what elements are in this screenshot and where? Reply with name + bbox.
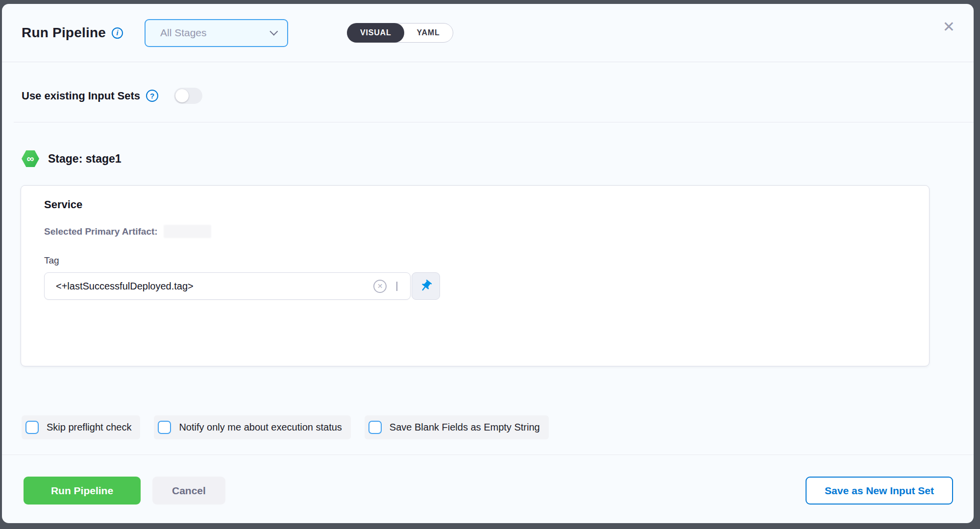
stage-selector-dropdown[interactable]: All Stages bbox=[145, 19, 288, 47]
toggle-knob bbox=[175, 89, 189, 102]
deploy-stage-icon: ∞ bbox=[22, 150, 39, 168]
run-pipeline-dialog: Run Pipeline i All Stages VISUAL YAML ✕ … bbox=[2, 4, 974, 523]
stage-selector-value: All Stages bbox=[160, 27, 270, 39]
dialog-footer: Run Pipeline Cancel Save as New Input Se… bbox=[2, 458, 974, 523]
checkbox-icon[interactable] bbox=[368, 421, 382, 434]
checkbox-icon[interactable] bbox=[25, 421, 39, 434]
use-existing-input-sets-row: Use existing Input Sets ? bbox=[22, 88, 974, 104]
tag-field-row: ✕ bbox=[44, 272, 929, 300]
selected-artifact-label: Selected Primary Artifact: bbox=[44, 226, 158, 237]
stage-row: ∞ Stage: stage1 bbox=[22, 150, 974, 168]
option-save-blank-fields[interactable]: Save Blank Fields as Empty String bbox=[365, 415, 549, 439]
service-card: Service Selected Primary Artifact: Tag ✕ bbox=[21, 185, 930, 366]
chevron-down-icon bbox=[270, 27, 278, 36]
tab-visual[interactable]: VISUAL bbox=[347, 23, 404, 43]
section-divider bbox=[14, 122, 974, 122]
option-skip-preflight[interactable]: Skip preflight check bbox=[22, 415, 140, 439]
stage-label: Stage: stage1 bbox=[48, 152, 122, 166]
tag-field-label: Tag bbox=[44, 255, 929, 266]
page-title: Run Pipeline bbox=[22, 25, 106, 41]
tag-input[interactable] bbox=[45, 273, 373, 299]
pin-button[interactable] bbox=[412, 272, 440, 300]
cancel-button[interactable]: Cancel bbox=[152, 477, 225, 505]
pin-icon bbox=[416, 276, 435, 295]
option-label: Notify only me about execution status bbox=[179, 422, 342, 433]
tag-input-wrapper: ✕ bbox=[44, 272, 411, 300]
info-icon[interactable]: i bbox=[112, 27, 123, 39]
visual-yaml-toggle: VISUAL YAML bbox=[347, 23, 453, 43]
save-as-new-input-set-button[interactable]: Save as New Input Set bbox=[806, 477, 953, 505]
tab-yaml[interactable]: YAML bbox=[403, 23, 453, 43]
option-notify-only-me[interactable]: Notify only me about execution status bbox=[154, 415, 350, 439]
service-card-title: Service bbox=[44, 198, 929, 211]
input-sets-toggle[interactable] bbox=[174, 88, 202, 104]
dialog-body: Use existing Input Sets ? ∞ Stage: stage… bbox=[2, 62, 974, 458]
checkbox-icon[interactable] bbox=[158, 421, 171, 434]
close-icon[interactable]: ✕ bbox=[943, 20, 955, 34]
footer-divider bbox=[2, 455, 974, 455]
selected-artifact-row: Selected Primary Artifact: bbox=[44, 225, 929, 238]
use-existing-input-sets-label: Use existing Input Sets bbox=[22, 90, 140, 102]
selected-artifact-value-redacted bbox=[164, 225, 211, 238]
option-label: Skip preflight check bbox=[47, 422, 131, 433]
option-label: Save Blank Fields as Empty String bbox=[390, 422, 540, 433]
execution-options-row: Skip preflight check Notify only me abou… bbox=[22, 415, 974, 439]
tag-chevron-down-icon[interactable] bbox=[396, 282, 397, 290]
run-pipeline-button[interactable]: Run Pipeline bbox=[24, 477, 141, 505]
dialog-header: Run Pipeline i All Stages VISUAL YAML ✕ bbox=[2, 4, 974, 62]
clear-icon[interactable]: ✕ bbox=[373, 280, 387, 293]
help-icon[interactable]: ? bbox=[146, 90, 158, 102]
